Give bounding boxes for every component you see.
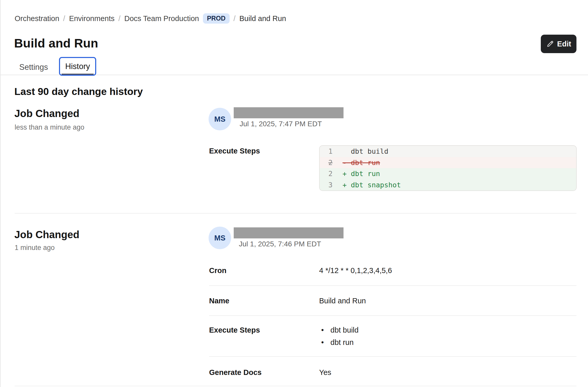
- change-entry-2-timestamp: Jul 1, 2025, 7:46 PM EDT: [239, 240, 321, 248]
- breadcrumb-separator: /: [63, 14, 65, 23]
- diff-code: - dbt run: [342, 157, 380, 168]
- field-label-generate-docs: Generate Docs: [209, 368, 262, 377]
- change-entry-1-event-title: Job Changed: [14, 108, 79, 119]
- row-divider: [209, 285, 576, 286]
- diff-row-added: 2+ dbt run: [320, 168, 576, 179]
- breadcrumb-separator: /: [233, 14, 236, 23]
- field-label-execute-steps: Execute Steps: [209, 326, 260, 334]
- diff-row-context: 1 dbt build: [320, 146, 576, 157]
- field-label-execute-steps: Execute Steps: [209, 147, 260, 155]
- execute-steps-list: •dbt build •dbt run: [321, 326, 359, 347]
- diff-line-number: 2: [328, 168, 342, 179]
- pencil-icon: [546, 40, 554, 48]
- breadcrumb-item-orchestration[interactable]: Orchestration: [15, 14, 59, 23]
- breadcrumb: Orchestration / Environments / Docs Team…: [15, 13, 286, 24]
- breadcrumb-separator: /: [118, 14, 120, 23]
- list-item: •dbt run: [321, 338, 359, 347]
- prod-environment-badge: PROD: [203, 13, 230, 24]
- tab-settings[interactable]: Settings: [15, 61, 53, 74]
- change-entry-1-timestamp: Jul 1, 2025, 7:47 PM EDT: [240, 120, 322, 128]
- execute-steps-diff-block: 1 dbt build 2- dbt run 2+ dbt run 3+ dbt…: [319, 145, 577, 191]
- tab-history[interactable]: History: [59, 57, 96, 76]
- field-value-name: Build and Run: [319, 297, 366, 305]
- list-item-label: dbt build: [330, 326, 359, 334]
- bullet-icon: •: [321, 338, 330, 347]
- field-label-name: Name: [209, 297, 229, 305]
- change-entry-1-time-ago: less than a minute ago: [15, 123, 84, 131]
- diff-line-number: 2: [328, 157, 342, 168]
- diff-code: dbt build: [342, 146, 388, 157]
- list-item-label: dbt run: [330, 338, 354, 347]
- diff-code: + dbt snapshot: [342, 179, 401, 191]
- section-title: Last 90 day change history: [14, 86, 143, 97]
- change-entry-2-event-title: Job Changed: [14, 229, 79, 240]
- diff-code: + dbt run: [342, 168, 380, 179]
- bullet-icon: •: [321, 326, 330, 334]
- edit-button[interactable]: Edit: [541, 35, 576, 53]
- field-value-cron: 4 */12 * * 0,1,2,3,4,5,6: [319, 266, 392, 275]
- field-value-generate-docs: Yes: [319, 368, 331, 377]
- edit-button-label: Edit: [557, 40, 571, 48]
- breadcrumb-item-environments[interactable]: Environments: [69, 14, 114, 23]
- diff-line-number: 3: [328, 179, 342, 191]
- diff-row-added: 3+ dbt snapshot: [320, 179, 576, 191]
- viewport-left-edge-line: [0, 0, 1, 387]
- entry-divider: [15, 213, 576, 214]
- avatar: MS: [209, 108, 231, 130]
- redacted-user-name-bar: [234, 107, 344, 118]
- row-divider: [209, 315, 576, 316]
- breadcrumb-item-current: Build and Run: [239, 14, 286, 23]
- list-item: •dbt build: [321, 326, 359, 334]
- page-title: Build and Run: [14, 36, 98, 50]
- diff-line-number: 1: [328, 146, 342, 157]
- field-label-cron: Cron: [209, 266, 227, 275]
- row-divider: [15, 386, 576, 386]
- change-entry-2-time-ago: 1 minute ago: [15, 244, 55, 252]
- row-divider: [209, 356, 576, 357]
- avatar: MS: [209, 227, 231, 249]
- redacted-user-name-bar: [234, 227, 344, 238]
- breadcrumb-item-environment-name[interactable]: Docs Team Production: [124, 14, 199, 23]
- diff-row-removed: 2- dbt run: [320, 157, 576, 168]
